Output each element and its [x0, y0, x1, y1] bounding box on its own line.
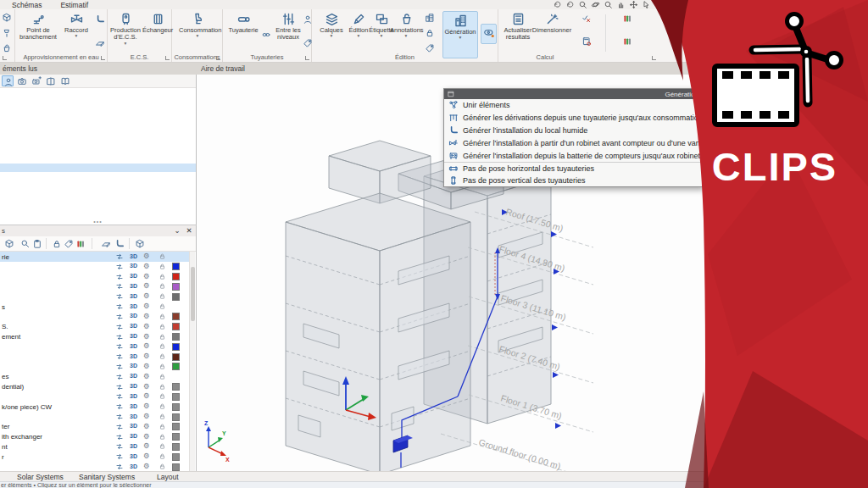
swap-arrows-icon[interactable] — [115, 392, 124, 401]
color-swatch[interactable] — [172, 353, 180, 361]
color-swatch[interactable] — [172, 293, 180, 301]
elbow-pipe-icon[interactable] — [95, 14, 105, 25]
3d-toggle[interactable]: 3D — [130, 333, 137, 339]
layer-row[interactable]: 3D ⚙ — [0, 352, 190, 362]
menu-schemas[interactable]: Schémas — [12, 1, 42, 9]
scrollbar-thumb[interactable] — [191, 267, 195, 321]
lock-icon[interactable] — [159, 423, 166, 430]
gear-icon[interactable]: ⚙ — [143, 452, 150, 461]
lock-icon[interactable] — [159, 252, 166, 260]
surface-icon[interactable] — [100, 238, 112, 249]
dialog-launcher[interactable] — [165, 56, 170, 60]
swap-arrows-icon[interactable] — [115, 402, 124, 411]
color-swatch[interactable] — [172, 433, 180, 441]
tagic-icon[interactable] — [63, 238, 75, 249]
collapse-panel-button[interactable]: ⌄ — [172, 225, 182, 236]
lock-icon[interactable] — [159, 452, 166, 460]
tuyauterie-button[interactable]: Tuyauterie — [226, 12, 260, 34]
gear-icon[interactable]: ⚙ — [143, 322, 150, 331]
gear-icon[interactable]: ⚙ — [143, 272, 150, 281]
lock-icon[interactable] — [159, 323, 166, 330]
gear-icon[interactable]: ⚙ — [143, 372, 150, 381]
swap-arrows-icon[interactable] — [115, 302, 124, 311]
check-cross-icon[interactable] — [581, 14, 592, 24]
monitor-icon[interactable] — [654, 0, 664, 9]
generation-button[interactable]: Génération — [442, 11, 478, 58]
swap-arrows-icon[interactable] — [115, 442, 124, 451]
searchtag-icon[interactable] — [19, 238, 31, 249]
3d-toggle[interactable]: 3D — [130, 443, 137, 449]
gear-icon[interactable]: ⚙ — [143, 362, 150, 371]
clipb-icon[interactable] — [31, 238, 43, 249]
cloud-icon[interactable] — [2, 43, 12, 53]
cube-icon[interactable] — [3, 238, 15, 249]
cube-icon[interactable] — [2, 13, 12, 23]
3d-toggle[interactable]: 3D — [130, 263, 137, 269]
layer-row[interactable]: es 3D ⚙ — [0, 372, 190, 382]
swap-arrows-icon[interactable] — [115, 273, 124, 281]
layers-scrollbar[interactable] — [189, 252, 195, 472]
layer-row[interactable]: nt 3D ⚙ — [0, 441, 190, 452]
swap-arrows-icon[interactable] — [115, 423, 124, 431]
swap-arrows-icon[interactable] — [115, 463, 124, 471]
raccord-button[interactable]: Raccord — [59, 12, 93, 37]
lock-icon[interactable] — [159, 313, 166, 320]
layer-row[interactable]: ith exchanger 3D ⚙ — [0, 432, 190, 442]
3d-toggle[interactable]: 3D — [130, 313, 137, 319]
3d-toggle[interactable]: 3D — [130, 343, 137, 349]
chain-link-icon[interactable] — [261, 30, 271, 40]
layer-row[interactable]: s 3D ⚙ — [0, 302, 190, 312]
3d-toggle[interactable]: 3D — [130, 463, 137, 469]
layer-row[interactable]: 3D ⚙ — [0, 341, 190, 352]
3d-toggle[interactable]: 3D — [130, 353, 137, 359]
popup-menu-item[interactable]: Pas de pose horizontal des tuyauteries — [444, 162, 702, 175]
gear-icon[interactable]: ⚙ — [143, 441, 150, 451]
cursor-icon[interactable] — [642, 0, 651, 9]
gear-icon[interactable]: ⚙ — [143, 402, 150, 411]
gear-icon[interactable]: ⚙ — [143, 391, 150, 401]
tab-layout[interactable]: Layout — [157, 473, 179, 481]
swap-arrows-icon[interactable] — [115, 263, 124, 271]
dialog-launcher[interactable] — [652, 56, 656, 60]
popup-menu-item[interactable]: Unir éléments — [444, 99, 702, 112]
layer-row[interactable]: 3D ⚙ — [0, 412, 190, 422]
3d-toggle[interactable]: 3D — [130, 383, 137, 389]
cameraplus-icon[interactable] — [31, 75, 42, 86]
swap-arrows-icon[interactable] — [115, 323, 124, 331]
swap-arrows-icon[interactable] — [115, 252, 124, 261]
layer-row[interactable]: ement 3D ⚙ — [0, 332, 190, 342]
zoomg-icon[interactable] — [604, 0, 613, 9]
gear-icon[interactable]: ⚙ — [143, 382, 150, 391]
color-swatch[interactable] — [172, 453, 180, 461]
lock-icon[interactable] — [159, 282, 166, 290]
lock-icon[interactable] — [159, 392, 166, 400]
popup-menu-item[interactable]: Générer l'installation du local humide — [444, 125, 702, 137]
person-icon[interactable] — [2, 75, 14, 86]
layer-row[interactable]: 3D ⚙ — [0, 291, 190, 302]
3d-toggle[interactable]: 3D — [130, 403, 137, 409]
annotations-button[interactable]: Annotations — [390, 12, 422, 37]
color-swatch[interactable] — [172, 463, 180, 471]
layer-row[interactable]: 3D ⚙ — [0, 281, 190, 291]
camera-icon[interactable] — [16, 75, 28, 86]
rotl-icon[interactable] — [553, 0, 562, 9]
elbowp-icon[interactable] — [114, 238, 125, 249]
panel-splitter[interactable]: ••• — [0, 219, 196, 225]
swap-arrows-icon[interactable] — [115, 373, 124, 381]
swap-arrows-icon[interactable] — [115, 282, 124, 291]
popup-menu-item[interactable]: Générer l'installation à partir d'un rob… — [444, 137, 702, 150]
3d-toggle[interactable]: 3D — [130, 303, 137, 309]
colorbars-icon[interactable] — [75, 238, 86, 249]
gear-icon[interactable]: ⚙ — [143, 432, 150, 441]
layer-row[interactable]: rie 3D ⚙ — [0, 252, 190, 262]
3d-toggle[interactable]: 3D — [130, 393, 137, 399]
dimensionner-button[interactable]: Dimensionner — [531, 12, 573, 34]
3d-toggle[interactable]: 3D — [130, 363, 137, 369]
3d-toggle[interactable]: 3D — [130, 433, 137, 439]
gear-icon[interactable]: ⚙ — [143, 422, 150, 431]
color-swatch[interactable] — [172, 283, 180, 291]
color-swatch[interactable] — [172, 273, 180, 280]
color-swatch[interactable] — [172, 333, 180, 341]
layer-row[interactable]: ter 3D ⚙ — [0, 422, 190, 432]
gear-icon[interactable]: ⚙ — [143, 341, 150, 351]
